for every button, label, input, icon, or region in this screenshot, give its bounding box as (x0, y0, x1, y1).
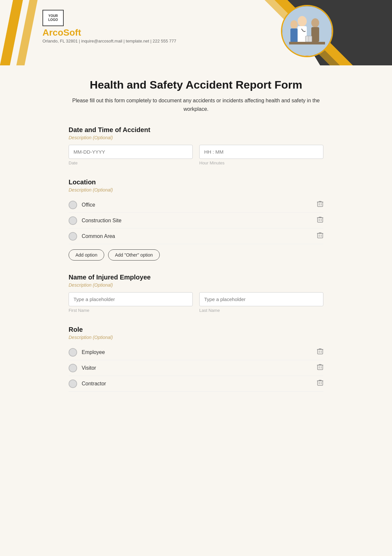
company-info: Orlando, FL 32801 | inquire@arcosoft.mai… (42, 39, 176, 43)
delete-office-icon[interactable] (317, 200, 323, 209)
date-input[interactable] (69, 145, 193, 159)
first-name-input-group: First Name (69, 292, 193, 313)
location-desc: Description (Optional) (69, 187, 323, 193)
svg-point-11 (290, 20, 298, 29)
injured-employee-desc: Description (Optional) (69, 282, 323, 288)
svg-rect-19 (318, 349, 323, 354)
role-option-contractor: Contractor (69, 376, 323, 392)
date-time-section: Date and Time of Accident Description (O… (69, 126, 323, 165)
location-label-office: Office (82, 202, 317, 208)
radio-circle-construction[interactable] (69, 216, 77, 225)
svg-rect-17 (318, 218, 323, 222)
left-decor-icon (0, 0, 39, 65)
svg-point-7 (298, 16, 307, 26)
last-name-input-group: Last Name (199, 292, 323, 313)
location-label-common: Common Area (82, 233, 317, 239)
radio-circle-contractor[interactable] (69, 379, 77, 388)
svg-rect-20 (318, 365, 323, 370)
role-label-employee: Employee (82, 349, 317, 355)
header-photo (281, 5, 333, 57)
radio-circle-office[interactable] (69, 201, 77, 209)
location-option-construction: Construction Site (69, 213, 323, 228)
location-title: Location (69, 178, 323, 186)
location-buttons: Add option Add "Other" option (69, 249, 323, 261)
role-option-employee: Employee (69, 345, 323, 360)
last-name-input[interactable] (199, 292, 323, 306)
first-name-label: First Name (69, 308, 193, 313)
svg-rect-13 (289, 42, 325, 44)
radio-circle-common[interactable] (69, 232, 77, 241)
logo-box: YOUR LOGO (42, 10, 64, 26)
add-option-button[interactable]: Add option (69, 249, 104, 261)
svg-rect-16 (318, 202, 323, 207)
radio-circle-visitor[interactable] (69, 364, 77, 372)
location-section: Location Description (Optional) Office C… (69, 178, 323, 261)
radio-circle-employee[interactable] (69, 348, 77, 357)
main-content: Health and Safety Accident Report Form P… (49, 65, 343, 418)
injured-employee-title: Name of Injured Employee (69, 274, 323, 281)
role-label-contractor: Contractor (82, 381, 317, 387)
time-input[interactable] (199, 145, 323, 159)
delete-employee-icon[interactable] (317, 348, 323, 357)
last-name-label: Last Name (199, 308, 323, 313)
form-description: Please fill out this form completely to … (69, 96, 323, 113)
company-name: ArcoSoft (42, 27, 81, 38)
location-label-construction: Construction Site (82, 218, 317, 224)
location-option-office: Office (69, 197, 323, 213)
add-other-option-button[interactable]: Add "Other" option (108, 249, 160, 261)
medical-scene-icon (283, 7, 332, 56)
svg-rect-10 (311, 27, 319, 42)
svg-rect-12 (290, 28, 298, 42)
delete-visitor-icon[interactable] (317, 363, 323, 372)
photo-placeholder (282, 6, 332, 56)
date-input-group: Date (69, 145, 193, 165)
page-header: YOUR LOGO ArcoSoft Orlando, FL 32801 | i… (0, 0, 392, 65)
time-input-group: Hour Minutes (199, 145, 323, 165)
date-time-title: Date and Time of Accident (69, 126, 323, 134)
delete-common-icon[interactable] (317, 232, 323, 241)
form-title: Health and Safety Accident Report Form (69, 78, 323, 91)
role-option-visitor: Visitor (69, 360, 323, 376)
logo-area: YOUR LOGO ArcoSoft Orlando, FL 32801 | i… (42, 10, 176, 43)
name-inputs: First Name Last Name (69, 292, 323, 313)
delete-construction-icon[interactable] (317, 216, 323, 225)
svg-rect-6 (283, 7, 332, 56)
logo-text: YOUR LOGO (43, 14, 63, 22)
date-label: Date (69, 160, 193, 165)
first-name-input[interactable] (69, 292, 193, 306)
svg-rect-18 (318, 233, 323, 238)
role-section: Role Description (Optional) Employee Vis… (69, 326, 323, 392)
date-time-desc: Description (Optional) (69, 135, 323, 140)
time-label: Hour Minutes (199, 160, 323, 165)
svg-rect-21 (318, 381, 323, 385)
date-time-inputs: Date Hour Minutes (69, 145, 323, 165)
role-label-visitor: Visitor (82, 365, 317, 371)
role-title: Role (69, 326, 323, 333)
location-option-common: Common Area (69, 228, 323, 244)
svg-point-9 (311, 18, 319, 27)
role-desc: Description (Optional) (69, 335, 323, 340)
delete-contractor-icon[interactable] (317, 379, 323, 388)
injured-employee-section: Name of Injured Employee Description (Op… (69, 274, 323, 313)
